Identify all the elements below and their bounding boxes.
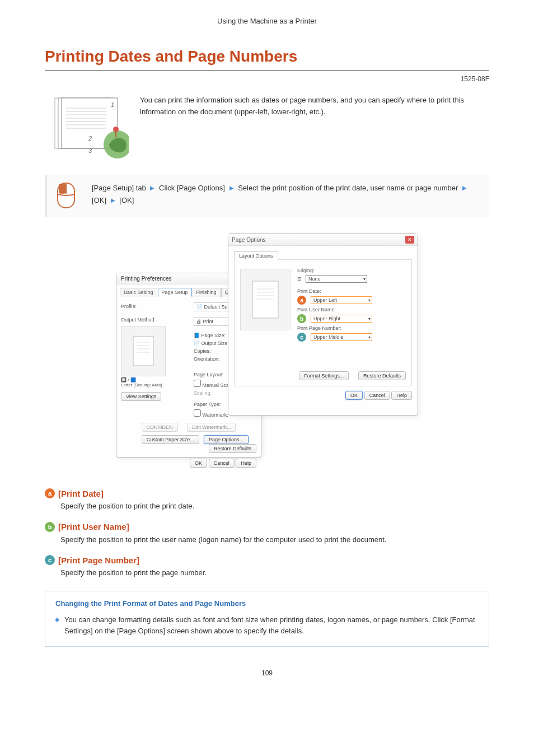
section-marker-b: b — [45, 522, 55, 532]
section-a-desc: Specify the position to print the print … — [60, 501, 489, 512]
page-number: 109 — [45, 669, 489, 677]
note-body-text: You can change formatting details such a… — [64, 614, 479, 638]
print-user-label: Print User Name: — [297, 307, 406, 312]
section-b-title: [Print User Name] — [58, 522, 129, 531]
cancel-button[interactable]: Cancel — [209, 459, 235, 468]
marker-a: a — [297, 296, 306, 305]
svg-rect-23 — [252, 281, 278, 318]
dialog-screenshot: Printing Preferences Basic Setting Page … — [116, 234, 418, 466]
edging-dropdown[interactable]: None▾ — [306, 275, 367, 283]
marker-b: b — [297, 314, 306, 323]
profile-label: Profile: — [121, 304, 184, 309]
print-date-dropdown[interactable]: Upper Left▾ — [311, 296, 372, 304]
opts-cancel-button[interactable]: Cancel — [364, 391, 390, 400]
section-marker-a: a — [45, 488, 55, 498]
mouse-icon — [53, 182, 81, 210]
section-a-title: [Print Date] — [58, 489, 104, 498]
section-c-desc: Specify the position to print the page n… — [60, 567, 489, 578]
bullet-icon — [55, 618, 59, 622]
close-icon[interactable]: ✕ — [405, 236, 414, 244]
proc-seg4: [OK] — [92, 196, 106, 204]
section-b-desc: Specify the position to print the user n… — [60, 534, 489, 545]
ok-button[interactable]: OK — [190, 459, 207, 468]
svg-text:2: 2 — [88, 135, 92, 142]
page-options-dialog: Page Options ✕ Layout Options Edging: ≡ — [228, 234, 418, 416]
page-title: Printing Dates and Page Numbers — [45, 48, 489, 71]
manual-scaling-checkbox[interactable] — [194, 380, 201, 387]
view-settings-button[interactable]: View Settings — [121, 392, 161, 401]
print-page-dropdown[interactable]: Upper Middle▾ — [311, 333, 372, 341]
proc-seg2: Click [Page Options] — [159, 184, 225, 192]
svg-rect-18 — [133, 337, 153, 366]
procedure-text: [Page Setup] tab ▶ Click [Page Options] … — [92, 182, 489, 207]
help-button[interactable]: Help — [236, 459, 256, 468]
opts-help-button[interactable]: Help — [391, 391, 412, 400]
intro-illustration: 1 2 3 — [45, 91, 129, 158]
layout-options-tab[interactable]: Layout Options — [234, 251, 278, 260]
section-marker-c: c — [45, 555, 55, 565]
edging-label: Edging: — [297, 268, 406, 273]
tab-basic-setting[interactable]: Basic Setting — [120, 288, 157, 297]
procedure-box: [Page Setup] tab ▶ Click [Page Options] … — [45, 175, 489, 217]
chevron-right-icon: ▶ — [229, 183, 234, 193]
tab-page-setup[interactable]: Page Setup — [158, 288, 192, 297]
page-size-label: Page Size: — [202, 333, 226, 338]
page-options-button[interactable]: Page Options... — [204, 435, 249, 444]
output-size-label: Output Size: — [202, 340, 229, 346]
output-method-field[interactable]: 🖨 Print — [194, 317, 233, 326]
note-title: Changing the Print Format of Dates and P… — [55, 599, 479, 608]
chapter-title: Using the Machine as a Printer — [45, 17, 489, 25]
svg-point-15 — [113, 127, 119, 132]
chevron-right-icon: ▶ — [150, 183, 154, 193]
opts-title: Page Options — [232, 237, 266, 243]
confidential-button: CONFIDEN — [142, 423, 178, 432]
svg-text:3: 3 — [88, 147, 92, 154]
custom-paper-size-button[interactable]: Custom Paper Size... — [142, 435, 199, 444]
print-user-dropdown[interactable]: Upper Right▾ — [311, 315, 372, 323]
watermark-checkbox[interactable] — [194, 409, 201, 417]
chevron-right-icon: ▶ — [462, 183, 467, 193]
tab-finishing[interactable]: Finishing — [193, 288, 221, 297]
doc-code: 1525-08F — [45, 75, 489, 83]
svg-text:1: 1 — [111, 101, 114, 108]
print-page-label: Print Page Number: — [297, 325, 406, 331]
preview-caption: Letter [Scaling: Auto] — [121, 382, 184, 388]
proc-seg1: [Page Setup] tab — [92, 184, 146, 192]
proc-seg5: [OK] — [119, 196, 134, 204]
chevron-right-icon: ▶ — [111, 195, 115, 205]
opts-ok-button[interactable]: OK — [345, 391, 363, 400]
opts-restore-defaults-button[interactable]: Restore Defaults — [358, 371, 406, 380]
restore-defaults-button[interactable]: Restore Defaults — [209, 444, 256, 453]
marker-c: c — [297, 333, 306, 342]
format-settings-button[interactable]: Format Settings... — [299, 371, 349, 380]
intro-text: You can print the information such as da… — [140, 91, 489, 118]
output-method-label: Output Method: — [121, 317, 184, 323]
print-date-label: Print Date: — [297, 288, 406, 294]
page-preview — [121, 326, 166, 376]
note-box: Changing the Print Format of Dates and P… — [45, 591, 489, 647]
opts-preview — [240, 269, 291, 330]
proc-seg3: Select the print position of the print d… — [238, 184, 458, 192]
section-c-title: [Print Page Number] — [58, 556, 139, 565]
edit-watermark-button: Edit Watermark... — [187, 423, 236, 432]
